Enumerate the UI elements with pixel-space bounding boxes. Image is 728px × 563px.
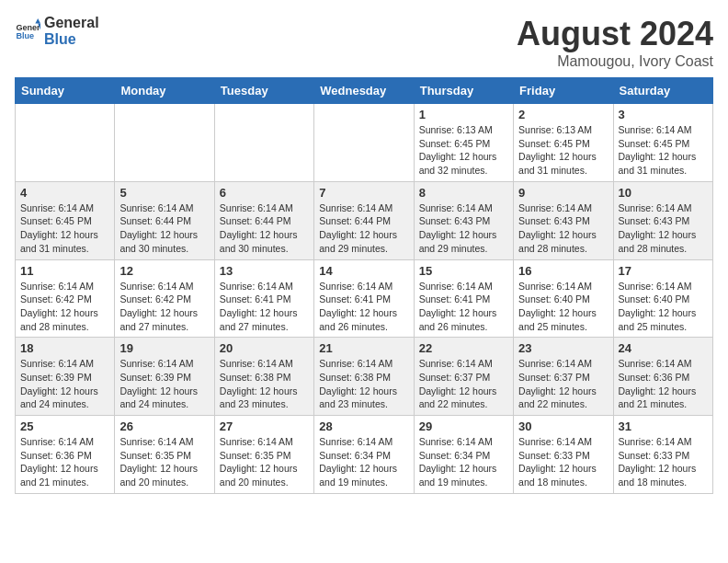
day-info: Sunrise: 6:14 AMSunset: 6:39 PMDaylight:… [20,357,109,411]
col-header-sunday: Sunday [16,78,115,104]
day-info: Sunrise: 6:14 AMSunset: 6:36 PMDaylight:… [619,357,708,411]
calendar-cell: 3Sunrise: 6:14 AMSunset: 6:45 PMDaylight… [613,104,712,182]
day-info: Sunrise: 6:14 AMSunset: 6:45 PMDaylight:… [20,201,109,256]
day-info: Sunrise: 6:14 AMSunset: 6:37 PMDaylight:… [419,357,508,411]
calendar-week-row: 18Sunrise: 6:14 AMSunset: 6:39 PMDayligh… [16,338,713,416]
day-info: Sunrise: 6:14 AMSunset: 6:35 PMDaylight:… [220,435,309,489]
title-block: August 2024 Mamougou, Ivory Coast [517,15,713,70]
calendar-cell: 14Sunrise: 6:14 AMSunset: 6:41 PMDayligh… [314,259,414,338]
svg-marker-2 [35,18,40,24]
col-header-wednesday: Wednesday [314,78,414,104]
calendar-cell [314,104,414,182]
calendar-cell: 18Sunrise: 6:14 AMSunset: 6:39 PMDayligh… [16,338,115,416]
svg-text:Blue: Blue [16,31,34,40]
day-number: 30 [518,419,608,433]
day-number: 28 [319,419,408,433]
day-info: Sunrise: 6:14 AMSunset: 6:35 PMDaylight:… [119,435,209,489]
day-info: Sunrise: 6:14 AMSunset: 6:33 PMDaylight:… [619,435,708,489]
day-info: Sunrise: 6:14 AMSunset: 6:41 PMDaylight:… [220,280,309,334]
day-number: 3 [619,108,708,121]
calendar-cell: 7Sunrise: 6:14 AMSunset: 6:44 PMDaylight… [314,181,414,259]
day-info: Sunrise: 6:14 AMSunset: 6:33 PMDaylight:… [518,435,608,489]
day-info: Sunrise: 6:14 AMSunset: 6:44 PMDaylight:… [319,201,408,256]
calendar-cell: 4Sunrise: 6:14 AMSunset: 6:45 PMDaylight… [16,181,115,259]
day-number: 27 [220,419,309,433]
day-number: 9 [518,186,608,200]
day-info: Sunrise: 6:14 AMSunset: 6:42 PMDaylight:… [119,280,209,334]
svg-text:General: General [16,22,40,31]
day-number: 17 [619,264,708,278]
day-number: 24 [619,341,708,355]
calendar-cell [214,104,313,182]
day-number: 18 [20,341,109,355]
day-number: 2 [518,108,608,121]
day-number: 15 [419,264,508,278]
day-number: 16 [518,264,608,278]
day-number: 5 [119,186,209,200]
logo-blue-text: Blue [44,31,99,48]
day-number: 10 [619,186,708,200]
month-year-title: August 2024 [517,15,713,53]
day-number: 22 [419,341,508,355]
calendar-cell: 25Sunrise: 6:14 AMSunset: 6:36 PMDayligh… [16,416,115,494]
calendar-cell: 28Sunrise: 6:14 AMSunset: 6:34 PMDayligh… [314,416,414,494]
page-header: General Blue General Blue August 2024 Ma… [15,15,713,70]
calendar-week-row: 11Sunrise: 6:14 AMSunset: 6:42 PMDayligh… [16,259,713,338]
day-number: 21 [319,341,408,355]
calendar-cell: 29Sunrise: 6:14 AMSunset: 6:34 PMDayligh… [414,416,513,494]
calendar-cell: 15Sunrise: 6:14 AMSunset: 6:41 PMDayligh… [414,259,513,338]
calendar-cell: 19Sunrise: 6:14 AMSunset: 6:39 PMDayligh… [115,338,214,416]
calendar-cell: 31Sunrise: 6:14 AMSunset: 6:33 PMDayligh… [613,416,712,494]
calendar-week-row: 4Sunrise: 6:14 AMSunset: 6:45 PMDaylight… [16,181,713,259]
day-info: Sunrise: 6:14 AMSunset: 6:41 PMDaylight:… [319,280,408,334]
calendar-cell: 5Sunrise: 6:14 AMSunset: 6:44 PMDaylight… [115,181,214,259]
day-info: Sunrise: 6:14 AMSunset: 6:39 PMDaylight:… [119,357,209,411]
day-info: Sunrise: 6:13 AMSunset: 6:45 PMDaylight:… [518,123,608,178]
day-number: 23 [518,341,608,355]
logo: General Blue General Blue [15,15,99,47]
day-number: 8 [419,186,508,200]
day-number: 31 [619,419,708,433]
day-info: Sunrise: 6:13 AMSunset: 6:45 PMDaylight:… [419,123,508,178]
day-number: 14 [319,264,408,278]
day-info: Sunrise: 6:14 AMSunset: 6:38 PMDaylight:… [220,357,309,411]
calendar-table: SundayMondayTuesdayWednesdayThursdayFrid… [15,77,713,494]
calendar-cell [16,104,115,182]
day-info: Sunrise: 6:14 AMSunset: 6:37 PMDaylight:… [518,357,608,411]
calendar-week-row: 1Sunrise: 6:13 AMSunset: 6:45 PMDaylight… [16,104,713,182]
col-header-tuesday: Tuesday [214,78,313,104]
day-info: Sunrise: 6:14 AMSunset: 6:45 PMDaylight:… [619,123,708,178]
calendar-cell: 23Sunrise: 6:14 AMSunset: 6:37 PMDayligh… [514,338,613,416]
calendar-cell: 6Sunrise: 6:14 AMSunset: 6:44 PMDaylight… [214,181,313,259]
day-number: 7 [319,186,408,200]
calendar-cell: 12Sunrise: 6:14 AMSunset: 6:42 PMDayligh… [115,259,214,338]
day-info: Sunrise: 6:14 AMSunset: 6:40 PMDaylight:… [518,280,608,334]
calendar-cell: 13Sunrise: 6:14 AMSunset: 6:41 PMDayligh… [214,259,313,338]
calendar-cell: 17Sunrise: 6:14 AMSunset: 6:40 PMDayligh… [613,259,712,338]
day-number: 11 [20,264,109,278]
col-header-monday: Monday [115,78,214,104]
calendar-cell [115,104,214,182]
location-subtitle: Mamougou, Ivory Coast [517,53,713,70]
day-info: Sunrise: 6:14 AMSunset: 6:44 PMDaylight:… [220,201,309,256]
day-info: Sunrise: 6:14 AMSunset: 6:43 PMDaylight:… [419,201,508,256]
logo-icon: General Blue [15,18,40,44]
calendar-cell: 24Sunrise: 6:14 AMSunset: 6:36 PMDayligh… [613,338,712,416]
calendar-cell: 9Sunrise: 6:14 AMSunset: 6:43 PMDaylight… [514,181,613,259]
day-info: Sunrise: 6:14 AMSunset: 6:42 PMDaylight:… [20,280,109,334]
day-info: Sunrise: 6:14 AMSunset: 6:38 PMDaylight:… [319,357,408,411]
calendar-cell: 1Sunrise: 6:13 AMSunset: 6:45 PMDaylight… [414,104,513,182]
day-number: 20 [220,341,309,355]
calendar-cell: 10Sunrise: 6:14 AMSunset: 6:43 PMDayligh… [613,181,712,259]
day-number: 29 [419,419,508,433]
day-info: Sunrise: 6:14 AMSunset: 6:34 PMDaylight:… [419,435,508,489]
calendar-cell: 8Sunrise: 6:14 AMSunset: 6:43 PMDaylight… [414,181,513,259]
calendar-cell: 11Sunrise: 6:14 AMSunset: 6:42 PMDayligh… [16,259,115,338]
day-info: Sunrise: 6:14 AMSunset: 6:34 PMDaylight:… [319,435,408,489]
calendar-cell: 22Sunrise: 6:14 AMSunset: 6:37 PMDayligh… [414,338,513,416]
calendar-cell: 16Sunrise: 6:14 AMSunset: 6:40 PMDayligh… [514,259,613,338]
col-header-friday: Friday [514,78,613,104]
calendar-cell: 27Sunrise: 6:14 AMSunset: 6:35 PMDayligh… [214,416,313,494]
calendar-cell: 26Sunrise: 6:14 AMSunset: 6:35 PMDayligh… [115,416,214,494]
day-info: Sunrise: 6:14 AMSunset: 6:44 PMDaylight:… [119,201,209,256]
